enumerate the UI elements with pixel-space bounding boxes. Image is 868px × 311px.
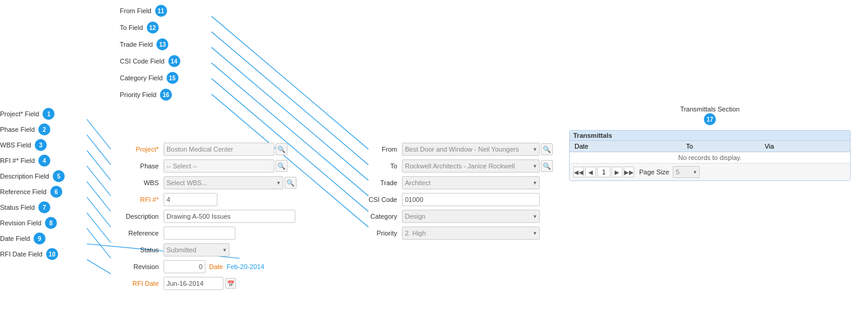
- trade-row: Trade Architect: [358, 176, 556, 189]
- from-search-icon[interactable]: 🔍: [541, 143, 553, 155]
- to-row: To Rockwell Architects - Janice Rockwell…: [358, 159, 556, 173]
- transmittals-section-label: Transmittals Section: [680, 105, 739, 113]
- rfidate-label: RFI Date: [111, 280, 159, 287]
- badge-9: 9: [34, 233, 46, 244]
- date-value-display: Feb-20-2014: [226, 263, 264, 270]
- rfi-field-label: RFI #* Field: [0, 157, 35, 164]
- last-page-button[interactable]: ▶▶: [624, 167, 634, 177]
- category-row: Category Design: [358, 210, 556, 223]
- to-search-icon[interactable]: 🔍: [541, 160, 553, 172]
- wbs-search-icon[interactable]: 🔍: [285, 177, 297, 189]
- reference-field-label: Reference Field: [0, 188, 47, 195]
- pagination-bar: ◀◀ ◀ ▶ ▶▶ Page Size 5: [570, 163, 850, 180]
- badge-10: 10: [46, 248, 58, 260]
- date-inline-label: Date: [209, 263, 223, 270]
- svg-line-5: [87, 197, 111, 227]
- description-input[interactable]: [164, 210, 295, 223]
- svg-line-9: [87, 259, 111, 274]
- priority-label: Priority: [358, 230, 397, 237]
- description-row: Description: [111, 210, 374, 223]
- revision-input[interactable]: [164, 260, 205, 273]
- project-field-label: Project* Field: [0, 110, 39, 117]
- description-field-label: Description Field: [0, 173, 49, 180]
- badge-14: 14: [168, 55, 180, 67]
- badge-7: 7: [38, 201, 50, 213]
- svg-line-1: [87, 135, 111, 165]
- category-label: Category: [358, 213, 397, 220]
- from-row: From Best Door and Window - Neil Younger…: [358, 143, 556, 156]
- left-label-status: Status Field 7: [0, 201, 65, 213]
- project-search-icon[interactable]: 🔍: [276, 143, 288, 155]
- left-label-reference: Reference Field 6: [0, 186, 65, 198]
- project-row: Project* 🔍: [111, 143, 374, 156]
- rfidate-input[interactable]: [164, 277, 223, 290]
- col-date: Date: [570, 141, 681, 152]
- rfi-label: RFI #*: [111, 196, 159, 203]
- priority-select[interactable]: 2. High: [402, 227, 540, 240]
- calendar-icon[interactable]: 📅: [225, 278, 236, 289]
- svg-line-2: [87, 150, 111, 180]
- priority-field-label: Priority Field: [120, 91, 156, 98]
- wbs-select[interactable]: Select WBS...: [164, 176, 283, 189]
- right-form: From Best Door and Window - Neil Younger…: [358, 143, 556, 243]
- prev-page-button[interactable]: ◀: [585, 167, 596, 177]
- badge-6: 6: [50, 186, 62, 198]
- csicode-field-label: CSI Code Field: [120, 58, 165, 65]
- badge-4: 4: [38, 155, 50, 167]
- transmittals-header: Transmittals: [570, 131, 850, 141]
- badge-2: 2: [38, 123, 50, 135]
- left-label-project: Project* Field 1: [0, 108, 65, 120]
- rfi-row: RFI #*: [111, 193, 374, 206]
- badge-12: 12: [147, 22, 159, 34]
- project-input[interactable]: [164, 143, 274, 156]
- from-select[interactable]: Best Door and Window - Neil Youngers: [402, 143, 540, 156]
- status-select[interactable]: Submitted: [164, 243, 229, 256]
- badge-17: 17: [704, 113, 716, 125]
- from-label: From: [358, 146, 397, 153]
- left-label-rfi: RFI #* Field 4: [0, 155, 65, 167]
- revision-field-label: Revision Field: [0, 219, 41, 227]
- first-page-button[interactable]: ◀◀: [573, 167, 584, 177]
- page-size-select[interactable]: 5: [673, 166, 700, 178]
- badge-3: 3: [35, 139, 47, 151]
- wbs-field-label: WBS Field: [0, 141, 31, 149]
- trade-select[interactable]: Architect: [402, 176, 540, 189]
- status-label: Status: [111, 246, 159, 253]
- category-select[interactable]: Design: [402, 210, 540, 223]
- to-label: To: [358, 162, 397, 170]
- csicode-input[interactable]: [402, 193, 540, 206]
- reference-row: Reference: [111, 227, 374, 240]
- left-label-phase: Phase Field 2: [0, 123, 65, 135]
- csicode-row: CSI Code: [358, 193, 556, 206]
- rfi-input[interactable]: [164, 193, 217, 206]
- transmittals-section: Transmittals Section 17 Transmittals Dat…: [569, 105, 851, 181]
- next-page-button[interactable]: ▶: [612, 167, 622, 177]
- current-page-input[interactable]: [597, 167, 610, 177]
- to-select[interactable]: Rockwell Architects - Janice Rockwell: [402, 159, 540, 173]
- to-field-label: To Field: [120, 24, 143, 31]
- svg-line-3: [87, 166, 111, 196]
- no-records-text: No records to display.: [570, 152, 850, 164]
- badge-15: 15: [167, 72, 179, 84]
- transmittals-table: Date To Via No records to display.: [570, 141, 850, 163]
- top-label-category: Category Field 15: [120, 72, 180, 84]
- trade-field-label: Trade Field: [120, 41, 153, 48]
- left-label-description: Description Field 5: [0, 170, 65, 182]
- rfidate-row: RFI Date 📅: [111, 277, 374, 290]
- revision-label: Revision: [111, 263, 159, 270]
- badge-1: 1: [43, 108, 55, 120]
- left-form: Project* 🔍 Phase 🔍 WBS Select WBS... 🔍 R…: [111, 143, 374, 294]
- phase-input[interactable]: [164, 159, 274, 173]
- revision-row: Revision Date Feb-20-2014: [111, 260, 374, 273]
- top-label-trade: Trade Field 13: [120, 38, 180, 50]
- left-label-revision: Revision Field 8: [0, 217, 65, 229]
- no-records-row: No records to display.: [570, 152, 850, 164]
- reference-input[interactable]: [164, 227, 235, 240]
- rfidate-field-label: RFI Date Field: [0, 250, 43, 258]
- reference-label: Reference: [111, 230, 159, 237]
- phase-search-icon[interactable]: 🔍: [276, 160, 288, 172]
- left-labels-container: Project* Field 1 Phase Field 2 WBS Field…: [0, 108, 65, 264]
- svg-line-4: [87, 182, 111, 212]
- svg-line-7: [87, 228, 111, 258]
- from-field-label: From Field: [120, 7, 152, 14]
